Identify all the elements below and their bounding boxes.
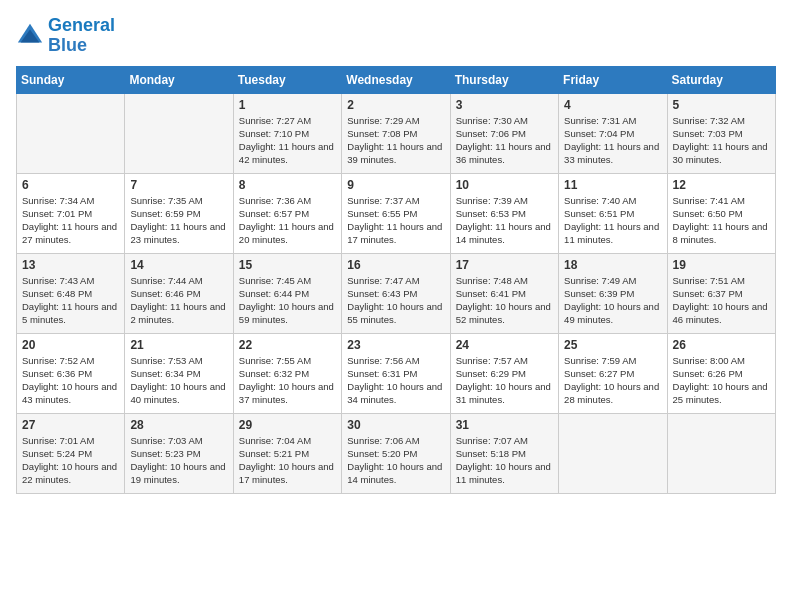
week-row-4: 20Sunrise: 7:52 AM Sunset: 6:36 PM Dayli… [17,333,776,413]
day-cell [125,93,233,173]
day-info: Sunrise: 7:44 AM Sunset: 6:46 PM Dayligh… [130,274,227,327]
day-info: Sunrise: 7:51 AM Sunset: 6:37 PM Dayligh… [673,274,770,327]
day-info: Sunrise: 7:03 AM Sunset: 5:23 PM Dayligh… [130,434,227,487]
day-cell: 11Sunrise: 7:40 AM Sunset: 6:51 PM Dayli… [559,173,667,253]
logo-icon [16,22,44,50]
day-info: Sunrise: 7:07 AM Sunset: 5:18 PM Dayligh… [456,434,553,487]
day-info: Sunrise: 7:32 AM Sunset: 7:03 PM Dayligh… [673,114,770,167]
day-cell: 30Sunrise: 7:06 AM Sunset: 5:20 PM Dayli… [342,413,450,493]
day-number: 25 [564,338,661,352]
day-number: 21 [130,338,227,352]
day-number: 8 [239,178,336,192]
day-cell: 28Sunrise: 7:03 AM Sunset: 5:23 PM Dayli… [125,413,233,493]
day-number: 5 [673,98,770,112]
day-cell: 17Sunrise: 7:48 AM Sunset: 6:41 PM Dayli… [450,253,558,333]
day-info: Sunrise: 7:30 AM Sunset: 7:06 PM Dayligh… [456,114,553,167]
day-number: 13 [22,258,119,272]
day-cell [667,413,775,493]
day-cell: 19Sunrise: 7:51 AM Sunset: 6:37 PM Dayli… [667,253,775,333]
day-number: 15 [239,258,336,272]
day-cell: 10Sunrise: 7:39 AM Sunset: 6:53 PM Dayli… [450,173,558,253]
header-cell-wednesday: Wednesday [342,66,450,93]
day-info: Sunrise: 7:52 AM Sunset: 6:36 PM Dayligh… [22,354,119,407]
day-cell: 27Sunrise: 7:01 AM Sunset: 5:24 PM Dayli… [17,413,125,493]
day-cell: 14Sunrise: 7:44 AM Sunset: 6:46 PM Dayli… [125,253,233,333]
calendar-table: SundayMondayTuesdayWednesdayThursdayFrid… [16,66,776,494]
week-row-1: 1Sunrise: 7:27 AM Sunset: 7:10 PM Daylig… [17,93,776,173]
day-info: Sunrise: 8:00 AM Sunset: 6:26 PM Dayligh… [673,354,770,407]
logo-text: General Blue [48,16,115,56]
day-number: 3 [456,98,553,112]
header-cell-friday: Friday [559,66,667,93]
day-cell: 13Sunrise: 7:43 AM Sunset: 6:48 PM Dayli… [17,253,125,333]
day-cell: 9Sunrise: 7:37 AM Sunset: 6:55 PM Daylig… [342,173,450,253]
day-cell: 7Sunrise: 7:35 AM Sunset: 6:59 PM Daylig… [125,173,233,253]
day-number: 7 [130,178,227,192]
day-cell: 20Sunrise: 7:52 AM Sunset: 6:36 PM Dayli… [17,333,125,413]
day-cell: 23Sunrise: 7:56 AM Sunset: 6:31 PM Dayli… [342,333,450,413]
day-number: 22 [239,338,336,352]
day-info: Sunrise: 7:48 AM Sunset: 6:41 PM Dayligh… [456,274,553,327]
day-number: 6 [22,178,119,192]
day-cell [17,93,125,173]
header-row: SundayMondayTuesdayWednesdayThursdayFrid… [17,66,776,93]
day-info: Sunrise: 7:57 AM Sunset: 6:29 PM Dayligh… [456,354,553,407]
day-number: 11 [564,178,661,192]
day-number: 31 [456,418,553,432]
day-info: Sunrise: 7:56 AM Sunset: 6:31 PM Dayligh… [347,354,444,407]
day-number: 27 [22,418,119,432]
day-cell: 1Sunrise: 7:27 AM Sunset: 7:10 PM Daylig… [233,93,341,173]
day-cell: 18Sunrise: 7:49 AM Sunset: 6:39 PM Dayli… [559,253,667,333]
header-cell-thursday: Thursday [450,66,558,93]
day-info: Sunrise: 7:47 AM Sunset: 6:43 PM Dayligh… [347,274,444,327]
day-number: 30 [347,418,444,432]
day-cell: 25Sunrise: 7:59 AM Sunset: 6:27 PM Dayli… [559,333,667,413]
day-number: 17 [456,258,553,272]
day-info: Sunrise: 7:55 AM Sunset: 6:32 PM Dayligh… [239,354,336,407]
day-number: 19 [673,258,770,272]
day-number: 24 [456,338,553,352]
day-cell: 22Sunrise: 7:55 AM Sunset: 6:32 PM Dayli… [233,333,341,413]
day-info: Sunrise: 7:31 AM Sunset: 7:04 PM Dayligh… [564,114,661,167]
day-cell: 15Sunrise: 7:45 AM Sunset: 6:44 PM Dayli… [233,253,341,333]
day-number: 1 [239,98,336,112]
day-info: Sunrise: 7:43 AM Sunset: 6:48 PM Dayligh… [22,274,119,327]
day-number: 23 [347,338,444,352]
day-number: 9 [347,178,444,192]
header-cell-monday: Monday [125,66,233,93]
day-info: Sunrise: 7:45 AM Sunset: 6:44 PM Dayligh… [239,274,336,327]
day-number: 20 [22,338,119,352]
week-row-3: 13Sunrise: 7:43 AM Sunset: 6:48 PM Dayli… [17,253,776,333]
day-number: 14 [130,258,227,272]
day-info: Sunrise: 7:40 AM Sunset: 6:51 PM Dayligh… [564,194,661,247]
day-info: Sunrise: 7:53 AM Sunset: 6:34 PM Dayligh… [130,354,227,407]
day-number: 10 [456,178,553,192]
week-row-5: 27Sunrise: 7:01 AM Sunset: 5:24 PM Dayli… [17,413,776,493]
day-cell: 29Sunrise: 7:04 AM Sunset: 5:21 PM Dayli… [233,413,341,493]
day-cell: 31Sunrise: 7:07 AM Sunset: 5:18 PM Dayli… [450,413,558,493]
week-row-2: 6Sunrise: 7:34 AM Sunset: 7:01 PM Daylig… [17,173,776,253]
day-cell: 3Sunrise: 7:30 AM Sunset: 7:06 PM Daylig… [450,93,558,173]
logo: General Blue [16,16,115,56]
day-info: Sunrise: 7:37 AM Sunset: 6:55 PM Dayligh… [347,194,444,247]
day-info: Sunrise: 7:27 AM Sunset: 7:10 PM Dayligh… [239,114,336,167]
day-number: 12 [673,178,770,192]
header-cell-saturday: Saturday [667,66,775,93]
page-header: General Blue [16,16,776,56]
day-number: 18 [564,258,661,272]
day-info: Sunrise: 7:39 AM Sunset: 6:53 PM Dayligh… [456,194,553,247]
header-cell-tuesday: Tuesday [233,66,341,93]
day-cell: 21Sunrise: 7:53 AM Sunset: 6:34 PM Dayli… [125,333,233,413]
day-number: 28 [130,418,227,432]
day-cell: 16Sunrise: 7:47 AM Sunset: 6:43 PM Dayli… [342,253,450,333]
day-cell: 26Sunrise: 8:00 AM Sunset: 6:26 PM Dayli… [667,333,775,413]
day-cell: 8Sunrise: 7:36 AM Sunset: 6:57 PM Daylig… [233,173,341,253]
day-info: Sunrise: 7:34 AM Sunset: 7:01 PM Dayligh… [22,194,119,247]
day-cell: 5Sunrise: 7:32 AM Sunset: 7:03 PM Daylig… [667,93,775,173]
day-cell: 6Sunrise: 7:34 AM Sunset: 7:01 PM Daylig… [17,173,125,253]
calendar-header: SundayMondayTuesdayWednesdayThursdayFrid… [17,66,776,93]
day-info: Sunrise: 7:06 AM Sunset: 5:20 PM Dayligh… [347,434,444,487]
day-cell: 12Sunrise: 7:41 AM Sunset: 6:50 PM Dayli… [667,173,775,253]
day-info: Sunrise: 7:35 AM Sunset: 6:59 PM Dayligh… [130,194,227,247]
day-cell: 2Sunrise: 7:29 AM Sunset: 7:08 PM Daylig… [342,93,450,173]
